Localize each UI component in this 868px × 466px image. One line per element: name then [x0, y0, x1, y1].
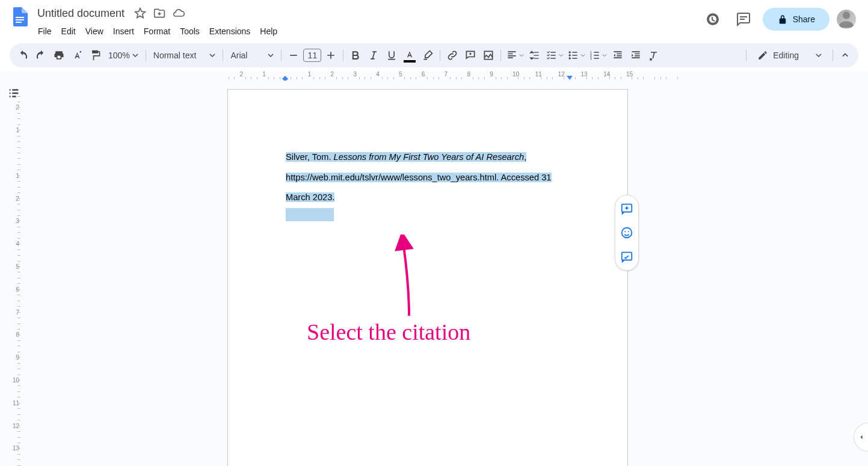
- svg-rect-0: [16, 17, 24, 18]
- editing-mode-dropdown[interactable]: Editing: [750, 50, 829, 61]
- vertical-ruler[interactable]: 2112345678910111213: [0, 81, 23, 466]
- comments-icon[interactable]: [731, 7, 756, 31]
- document-page[interactable]: Silver, Tom. Lessons from My First Two Y…: [227, 89, 628, 466]
- svg-point-6: [569, 54, 571, 56]
- menu-bar: File Edit View Insert Format Tools Exten…: [34, 23, 282, 40]
- svg-point-13: [624, 231, 626, 232]
- menu-help[interactable]: Help: [256, 24, 282, 38]
- increase-font-size-button[interactable]: [322, 47, 339, 64]
- cloud-status-icon[interactable]: [171, 6, 186, 20]
- redo-button[interactable]: [32, 47, 49, 64]
- share-label: Share: [793, 14, 815, 24]
- suggest-edits-button[interactable]: [618, 248, 635, 265]
- svg-point-5: [569, 51, 571, 53]
- citation-title[interactable]: Lessons from My First Two Years of AI Re…: [334, 152, 525, 162]
- star-icon[interactable]: [133, 6, 147, 20]
- header-actions: Share: [700, 5, 861, 31]
- add-comment-button[interactable]: [618, 200, 635, 217]
- zoom-dropdown[interactable]: 100%: [105, 47, 142, 64]
- collapse-toolbar-button[interactable]: [837, 47, 854, 64]
- svg-rect-15: [622, 253, 632, 260]
- floating-comment-toolbar: [615, 195, 639, 271]
- increase-indent-button[interactable]: [627, 47, 644, 64]
- svg-text:3: 3: [590, 57, 592, 60]
- document-title[interactable]: Untitled document: [34, 6, 128, 21]
- toolbar: 100% Normal text Arial 11 123 Editing: [10, 43, 858, 67]
- font-size-input[interactable]: 11: [303, 49, 321, 62]
- history-icon[interactable]: [700, 7, 724, 31]
- undo-button[interactable]: [14, 47, 31, 64]
- menu-format[interactable]: Format: [140, 24, 174, 38]
- share-button[interactable]: Share: [763, 8, 830, 31]
- print-button[interactable]: [51, 47, 67, 64]
- spellcheck-button[interactable]: [69, 47, 85, 64]
- lock-icon: [777, 14, 788, 25]
- page-text[interactable]: Silver, Tom. Lessons from My First Two Y…: [228, 90, 627, 228]
- menu-tools[interactable]: Tools: [176, 24, 204, 38]
- docs-logo[interactable]: [7, 5, 31, 29]
- numbered-list-button[interactable]: 123: [588, 47, 608, 64]
- pencil-icon: [757, 50, 768, 61]
- insert-link-button[interactable]: [444, 47, 461, 64]
- menu-extensions[interactable]: Extensions: [205, 24, 254, 38]
- paragraph-style-dropdown[interactable]: Normal text: [150, 47, 220, 64]
- title-area: Untitled document File Edit View Insert …: [34, 5, 282, 40]
- insert-image-button[interactable]: [480, 47, 497, 64]
- svg-point-7: [569, 57, 571, 59]
- italic-button[interactable]: [365, 47, 382, 64]
- move-icon[interactable]: [152, 6, 167, 20]
- align-button[interactable]: [505, 47, 525, 64]
- document-outline-button[interactable]: [5, 84, 23, 102]
- selection-trailing-highlight: [286, 208, 334, 221]
- highlight-color-button[interactable]: [419, 47, 436, 64]
- svg-rect-2: [16, 22, 22, 23]
- bold-button[interactable]: [347, 47, 364, 64]
- font-family-dropdown[interactable]: Arial: [227, 47, 277, 64]
- horizontal-ruler[interactable]: 21123456789101112131415: [23, 71, 857, 81]
- add-emoji-reaction-button[interactable]: [618, 224, 635, 241]
- app-header: Untitled document File Edit View Insert …: [0, 0, 868, 41]
- font-size-control: 11: [285, 47, 339, 64]
- svg-rect-1: [16, 19, 24, 20]
- underline-button[interactable]: [383, 47, 400, 64]
- insert-comment-button[interactable]: [462, 47, 479, 64]
- menu-insert[interactable]: Insert: [109, 24, 138, 38]
- svg-point-12: [622, 228, 632, 238]
- decrease-indent-button[interactable]: [609, 47, 626, 64]
- bulleted-list-button[interactable]: [566, 47, 586, 64]
- clear-formatting-button[interactable]: [645, 47, 662, 64]
- svg-point-3: [843, 11, 850, 19]
- paint-format-button[interactable]: [87, 47, 103, 64]
- menu-file[interactable]: File: [34, 24, 56, 38]
- text-color-button[interactable]: [401, 47, 418, 64]
- decrease-font-size-button[interactable]: [285, 47, 302, 64]
- menu-view[interactable]: View: [81, 24, 108, 38]
- menu-edit[interactable]: Edit: [57, 24, 80, 38]
- line-spacing-button[interactable]: [526, 47, 543, 64]
- checklist-button[interactable]: [544, 47, 565, 64]
- document-canvas: 21123456789101112131415 2112345678910111…: [0, 71, 868, 466]
- svg-point-14: [628, 231, 629, 232]
- account-avatar[interactable]: [837, 10, 856, 29]
- citation-author[interactable]: Silver, Tom.: [286, 152, 334, 162]
